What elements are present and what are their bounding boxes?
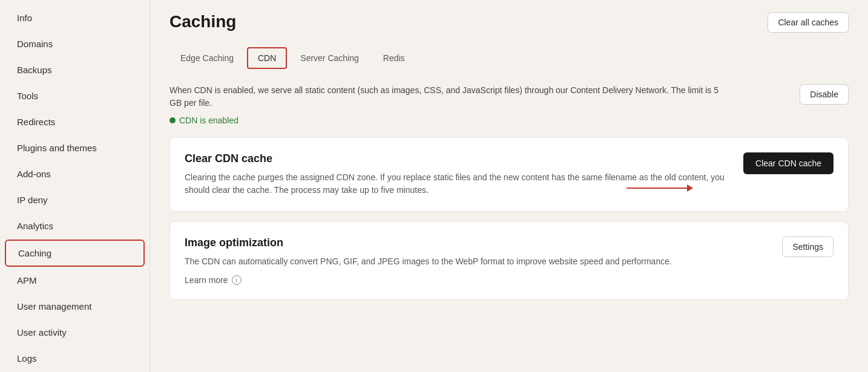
sidebar-item-label: APM: [17, 275, 37, 286]
sidebar-item-label: Info: [17, 13, 32, 23]
page-header: Caching Clear all caches: [169, 12, 849, 33]
sidebar-item-domains[interactable]: Domains: [5, 31, 145, 56]
sidebar-item-tools[interactable]: Tools: [5, 83, 145, 108]
sidebar-item-label: Redirects: [17, 117, 55, 127]
sidebar-item-label: Analytics: [17, 221, 53, 231]
sidebar-item-caching[interactable]: Caching: [5, 240, 145, 267]
sidebar-item-plugins-themes[interactable]: Plugins and themes: [5, 135, 145, 160]
image-optimization-card-content: Image optimization The CDN can automatic…: [185, 237, 770, 285]
image-optimization-settings-button[interactable]: Settings: [782, 237, 833, 257]
clear-cdn-cache-card: Clear CDN cache Clearing the cache purge…: [169, 137, 849, 212]
sidebar-item-backups[interactable]: Backups: [5, 57, 145, 82]
cdn-description-area: When CDN is enabled, we serve all static…: [169, 84, 723, 125]
sidebar-item-info[interactable]: Info: [5, 5, 145, 30]
arrow-decoration: [626, 184, 693, 192]
sidebar-item-user-activity[interactable]: User activity: [5, 320, 145, 345]
tab-edge-caching[interactable]: Edge Caching: [169, 47, 245, 69]
cdn-info-row: When CDN is enabled, we serve all static…: [169, 84, 849, 125]
disable-cdn-button[interactable]: Disable: [800, 84, 849, 105]
arrow-head-icon: [687, 184, 693, 192]
info-circle-icon[interactable]: i: [232, 275, 242, 285]
sidebar-item-user-management[interactable]: User management: [5, 294, 145, 319]
clear-all-caches-button[interactable]: Clear all caches: [768, 12, 849, 33]
sidebar-item-label: Logs: [17, 353, 37, 364]
tab-redis[interactable]: Redis: [372, 47, 416, 69]
status-dot-icon: [169, 117, 176, 123]
sidebar-item-label: Caching: [18, 248, 51, 258]
sidebar-item-label: User management: [17, 301, 91, 312]
sidebar-item-label: Add-ons: [17, 169, 51, 179]
image-optimization-title: Image optimization: [185, 237, 770, 249]
tab-server-caching[interactable]: Server Caching: [289, 47, 370, 69]
tab-cdn[interactable]: CDN: [247, 47, 287, 69]
image-optimization-card-action: Settings: [782, 237, 833, 257]
clear-cdn-card-action: Clear CDN cache: [743, 152, 833, 174]
sidebar-item-logs[interactable]: Logs: [5, 346, 145, 371]
cdn-actions: Disable: [723, 84, 849, 105]
sidebar-item-label: IP deny: [17, 195, 48, 205]
sidebar-item-analytics[interactable]: Analytics: [5, 214, 145, 238]
sidebar-item-label: Backups: [17, 65, 52, 75]
sidebar-item-label: Domains: [17, 39, 53, 49]
sidebar-item-label: Plugins and themes: [17, 143, 97, 153]
arrow-shaft: [626, 188, 687, 189]
cdn-description: When CDN is enabled, we serve all static…: [169, 84, 723, 109]
sidebar: Info Domains Backups Tools Redirects Plu…: [0, 0, 150, 372]
sidebar-item-apm[interactable]: APM: [5, 268, 145, 293]
sidebar-item-ip-deny[interactable]: IP deny: [5, 188, 145, 212]
cdn-status-label: CDN is enabled: [179, 116, 238, 125]
clear-cdn-card-title: Clear CDN cache: [185, 152, 731, 165]
sidebar-item-add-ons[interactable]: Add-ons: [5, 162, 145, 186]
page-title: Caching: [169, 12, 236, 31]
clear-cdn-cache-button[interactable]: Clear CDN cache: [743, 152, 833, 174]
sidebar-item-redirects[interactable]: Redirects: [5, 109, 145, 134]
image-optimization-description: The CDN can automatically convert PNG, G…: [185, 255, 770, 268]
clear-cdn-card-description: Clearing the cache purges the assigned C…: [185, 171, 731, 197]
main-content: Caching Clear all caches Edge Caching CD…: [150, 0, 868, 372]
sidebar-item-label: User activity: [17, 327, 67, 338]
sidebar-item-label: Tools: [17, 91, 38, 101]
cdn-status: CDN is enabled: [169, 116, 723, 125]
learn-more-row: Learn more i: [185, 275, 770, 285]
tab-bar: Edge Caching CDN Server Caching Redis: [169, 47, 849, 70]
image-optimization-card: Image optimization The CDN can automatic…: [169, 221, 849, 300]
learn-more-link[interactable]: Learn more: [185, 275, 228, 285]
